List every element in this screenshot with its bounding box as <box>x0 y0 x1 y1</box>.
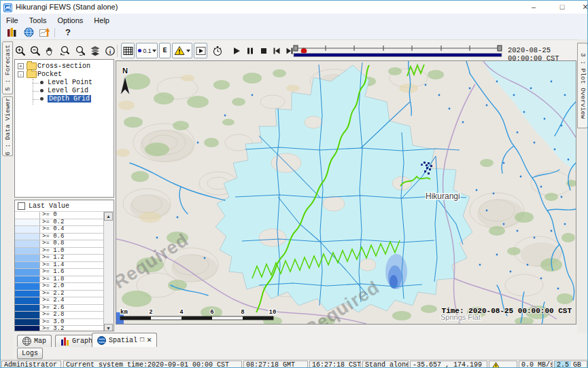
tab-map[interactable]: Map <box>17 335 52 347</box>
tab-label: Graph <box>72 337 92 345</box>
timeseries-button[interactable] <box>37 26 52 38</box>
expand-icon[interactable]: + <box>18 63 24 69</box>
legend-swatch <box>15 305 40 312</box>
legend-row[interactable]: >= 3.2 <box>15 326 104 331</box>
animation-panel-button[interactable] <box>194 43 207 58</box>
logs-button[interactable]: Logs <box>17 348 43 359</box>
tab-spatial[interactable]: Spatial □ ✕ <box>92 333 157 347</box>
zoom-out-icon <box>30 45 41 56</box>
close-button[interactable]: ✕ <box>576 1 588 13</box>
zoom-previous-button[interactable] <box>58 43 73 58</box>
legend-label: >= 0.4 <box>40 226 104 233</box>
application-window: Hikurangi FEWS (Stand alone) – □ ✕ FileT… <box>0 0 588 368</box>
legend-swatch <box>15 255 40 261</box>
pause-button[interactable] <box>244 43 256 58</box>
legend-label: >= 2.0 <box>40 283 104 290</box>
info-button[interactable]: i <box>103 43 118 58</box>
map-canvas[interactable]: API Key Required API Key Required N km 2… <box>116 60 576 325</box>
stop-button[interactable] <box>258 43 270 58</box>
scroll-down-icon[interactable]: ▼ <box>104 324 113 331</box>
tree-item-level-grid[interactable]: Level Grid <box>15 87 114 95</box>
legend-scrollbar[interactable]: ▲ ▼ <box>103 212 114 331</box>
legend-label: >= 0 <box>40 212 104 219</box>
legend-swatch <box>15 276 40 283</box>
step-to-start-button[interactable] <box>271 43 283 58</box>
tree-item-level-point[interactable]: Level Point <box>15 78 114 86</box>
close-panel-icon[interactable]: ✕ <box>147 337 152 344</box>
toolbar-separator <box>117 45 118 57</box>
legend-label: >= 3.2 <box>40 326 104 331</box>
play-button[interactable] <box>230 43 243 58</box>
menu-item[interactable]: Options <box>52 16 88 25</box>
legend-row[interactable]: >= 0.4 <box>15 226 104 234</box>
legend-row[interactable]: >= 0 <box>15 212 104 219</box>
map-time-label: Time: 2020-08-25 00:00:00 CST <box>442 307 572 315</box>
tree-item-pocket[interactable]: - Pocket <box>15 70 114 78</box>
database-button[interactable] <box>4 26 19 38</box>
minimize-button[interactable]: – <box>524 1 543 13</box>
menu-item[interactable]: File <box>1 16 24 25</box>
grid-display-button[interactable] <box>121 43 135 58</box>
legend-label: >= 2.8 <box>40 312 104 318</box>
tree-item-label: Depth Grid <box>48 95 91 103</box>
menu-item[interactable]: Help <box>88 16 115 25</box>
contour-interval-dropdown[interactable]: 0.1 <box>136 43 158 58</box>
tab-label: Map <box>34 337 46 345</box>
tab-forecast[interactable]: 5 : Forecast <box>2 41 13 94</box>
map-display-button[interactable] <box>21 26 36 38</box>
title-bar: Hikurangi FEWS (Stand alone) – □ ✕ <box>1 1 587 14</box>
status-system-time: Current system time:2020-09-01 00:00 CST <box>63 361 242 368</box>
tree-guide-line <box>33 99 39 100</box>
layer-tree-panel: + Cross-section - Pocket Level Point Lev… <box>14 59 114 198</box>
zoom-next-button[interactable] <box>73 43 88 58</box>
help-button[interactable]: ? <box>60 26 75 38</box>
menu-item[interactable]: Tools <box>24 16 52 25</box>
layers-icon <box>90 45 101 56</box>
collapse-icon[interactable]: - <box>18 71 24 77</box>
legend-label: >= 3.0 <box>40 319 104 326</box>
legend-toggle-button[interactable]: E <box>159 43 171 58</box>
tree-item-label: Cross-section <box>37 62 90 70</box>
legend-swatch <box>15 219 40 226</box>
last-value-checkbox[interactable] <box>18 202 25 210</box>
legend-row[interactable]: >= 1.6 <box>15 269 104 276</box>
town-label: Hikurangi <box>426 191 460 201</box>
maximize-button[interactable]: □ <box>553 1 572 13</box>
legend-row[interactable]: >= 2.8 <box>15 312 104 319</box>
zoom-out-button[interactable] <box>28 43 43 58</box>
timeline-handle-start[interactable] <box>294 45 298 51</box>
animation-settings-button[interactable] <box>210 43 225 58</box>
scroll-up-icon[interactable]: ▲ <box>104 212 113 221</box>
tab-plot-overview[interactable]: 3 : Plot Overview <box>577 43 588 128</box>
legend-label: >= 0.2 <box>40 219 104 226</box>
timeline-handle-end[interactable] <box>498 45 502 51</box>
tree-item-label: Level Grid <box>48 87 88 94</box>
pan-button[interactable] <box>43 43 58 58</box>
tab-data-viewer[interactable]: 6 : Data Viewer <box>2 96 13 156</box>
bar-chart-icon <box>60 337 69 346</box>
tree-item-depth-grid[interactable]: Depth Grid <box>15 95 114 103</box>
layers-button[interactable] <box>88 43 103 58</box>
status-gmt-time: 08:27:18 GMT <box>243 361 308 368</box>
float-panel-icon[interactable]: □ <box>140 337 144 344</box>
svg-text:2: 2 <box>149 309 152 316</box>
zoom-in-button[interactable] <box>13 43 28 58</box>
legend-row[interactable]: >= 1.2 <box>15 255 104 262</box>
status-alert-cell[interactable] <box>489 361 517 368</box>
timeline-slider[interactable] <box>291 43 504 60</box>
legend-swatch <box>15 269 40 276</box>
thresholds-dropdown[interactable] <box>172 43 192 58</box>
legend-row[interactable]: >= 2.4 <box>15 297 104 305</box>
legend-row[interactable]: >= 0.8 <box>15 240 104 248</box>
layer-bullet-icon <box>40 97 44 100</box>
svg-text:10: 10 <box>269 309 277 316</box>
toolbar-separator <box>54 28 55 37</box>
svg-text:4: 4 <box>179 309 184 316</box>
timeline-span-bar[interactable] <box>294 54 502 57</box>
hand-icon <box>45 45 56 56</box>
info-icon: i <box>105 45 116 56</box>
legend-row[interactable]: >= 2.0 <box>15 283 104 291</box>
timer-icon <box>212 45 223 56</box>
layer-bullet-icon <box>40 81 44 84</box>
svg-text:6: 6 <box>210 309 213 316</box>
